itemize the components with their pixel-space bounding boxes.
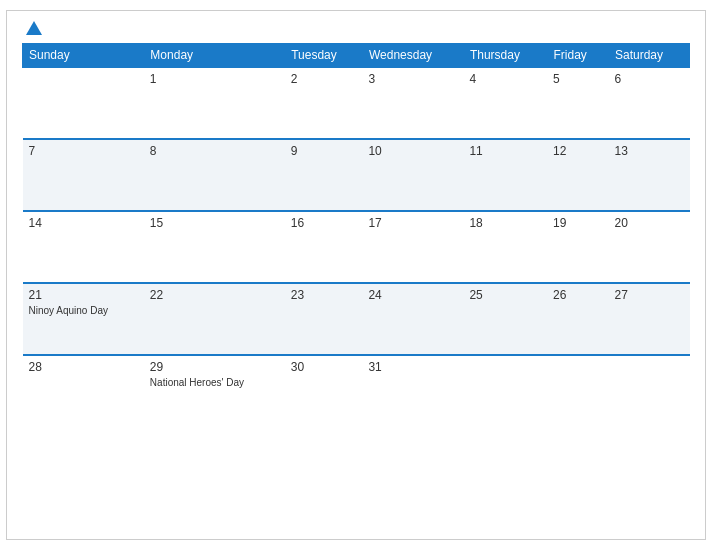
calendar-cell: 15 [144,211,285,283]
calendar-cell: 8 [144,139,285,211]
day-number: 8 [150,144,279,158]
day-number: 29 [150,360,279,374]
weekday-header-tuesday: Tuesday [285,44,363,68]
logo-blue-row [22,21,42,35]
calendar-cell: 24 [362,283,463,355]
weekday-header-thursday: Thursday [463,44,547,68]
holiday-label: Ninoy Aquino Day [29,304,138,317]
holiday-label: National Heroes' Day [150,376,279,389]
day-number: 5 [553,72,602,86]
week-row-1: 123456 [23,67,690,139]
day-number: 15 [150,216,279,230]
day-number: 18 [469,216,541,230]
week-row-4: 21Ninoy Aquino Day222324252627 [23,283,690,355]
day-number: 12 [553,144,602,158]
day-number: 4 [469,72,541,86]
week-row-2: 78910111213 [23,139,690,211]
calendar-cell: 14 [23,211,144,283]
calendar-cell: 21Ninoy Aquino Day [23,283,144,355]
day-number: 2 [291,72,357,86]
calendar-cell: 2 [285,67,363,139]
calendar-grid: SundayMondayTuesdayWednesdayThursdayFrid… [22,43,690,427]
calendar-cell [547,355,608,427]
calendar-cell: 17 [362,211,463,283]
day-number: 7 [29,144,138,158]
day-number: 14 [29,216,138,230]
day-number: 30 [291,360,357,374]
calendar-cell: 5 [547,67,608,139]
calendar-cell: 26 [547,283,608,355]
day-number: 27 [615,288,684,302]
day-number: 11 [469,144,541,158]
calendar-cell: 20 [609,211,690,283]
calendar-cell [609,355,690,427]
weekday-header-sunday: Sunday [23,44,144,68]
day-number: 21 [29,288,138,302]
calendar-body: 123456789101112131415161718192021Ninoy A… [23,67,690,427]
calendar-cell: 11 [463,139,547,211]
day-number: 9 [291,144,357,158]
logo-triangle-icon [26,21,42,35]
week-row-3: 14151617181920 [23,211,690,283]
logo [22,21,42,35]
calendar-cell: 10 [362,139,463,211]
calendar-cell: 23 [285,283,363,355]
calendar-cell: 27 [609,283,690,355]
weekday-header-wednesday: Wednesday [362,44,463,68]
calendar-cell: 22 [144,283,285,355]
day-number: 3 [368,72,457,86]
calendar-cell: 9 [285,139,363,211]
weekday-header-monday: Monday [144,44,285,68]
week-row-5: 2829National Heroes' Day3031 [23,355,690,427]
day-number: 19 [553,216,602,230]
calendar-cell: 18 [463,211,547,283]
calendar-cell: 30 [285,355,363,427]
day-number: 23 [291,288,357,302]
day-number: 10 [368,144,457,158]
calendar-cell: 6 [609,67,690,139]
calendar-container: SundayMondayTuesdayWednesdayThursdayFrid… [6,10,706,540]
weekday-header-friday: Friday [547,44,608,68]
calendar-header-row: SundayMondayTuesdayWednesdayThursdayFrid… [23,44,690,68]
calendar-cell: 25 [463,283,547,355]
calendar-cell [23,67,144,139]
calendar-cell: 4 [463,67,547,139]
calendar-cell: 19 [547,211,608,283]
day-number: 1 [150,72,279,86]
weekday-header-saturday: Saturday [609,44,690,68]
day-number: 13 [615,144,684,158]
day-number: 28 [29,360,138,374]
day-number: 20 [615,216,684,230]
calendar-cell: 7 [23,139,144,211]
calendar-cell: 13 [609,139,690,211]
day-number: 25 [469,288,541,302]
calendar-cell: 16 [285,211,363,283]
day-number: 6 [615,72,684,86]
day-number: 26 [553,288,602,302]
day-number: 24 [368,288,457,302]
day-number: 31 [368,360,457,374]
day-number: 17 [368,216,457,230]
day-number: 22 [150,288,279,302]
weekday-row: SundayMondayTuesdayWednesdayThursdayFrid… [23,44,690,68]
calendar-cell: 1 [144,67,285,139]
calendar-cell [463,355,547,427]
calendar-cell: 31 [362,355,463,427]
calendar-header [22,21,690,35]
day-number: 16 [291,216,357,230]
calendar-cell: 12 [547,139,608,211]
calendar-cell: 3 [362,67,463,139]
calendar-cell: 29National Heroes' Day [144,355,285,427]
calendar-cell: 28 [23,355,144,427]
